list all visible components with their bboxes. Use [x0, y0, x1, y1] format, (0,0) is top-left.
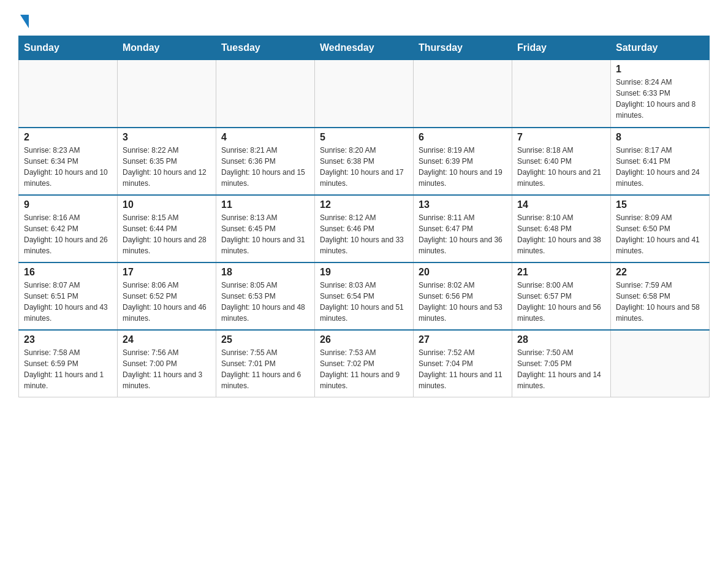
day-info: Sunrise: 7:52 AM Sunset: 7:04 PM Dayligh… — [419, 347, 507, 391]
calendar-cell: 11Sunrise: 8:13 AM Sunset: 6:45 PM Dayli… — [216, 195, 315, 262]
day-number: 24 — [123, 334, 211, 345]
calendar-week-row: 23Sunrise: 7:58 AM Sunset: 6:59 PM Dayli… — [19, 330, 710, 397]
weekday-header-tuesday: Tuesday — [216, 36, 315, 60]
day-info: Sunrise: 8:19 AM Sunset: 6:39 PM Dayligh… — [419, 145, 507, 189]
weekday-header-saturday: Saturday — [611, 36, 710, 60]
calendar-cell — [611, 330, 710, 397]
logo-triangle-icon — [20, 15, 29, 28]
calendar-cell: 27Sunrise: 7:52 AM Sunset: 7:04 PM Dayli… — [414, 330, 512, 397]
calendar-cell — [19, 60, 118, 128]
day-number: 6 — [419, 132, 507, 143]
day-number: 28 — [517, 334, 605, 345]
day-number: 19 — [320, 267, 408, 278]
calendar-header-row: SundayMondayTuesdayWednesdayThursdayFrid… — [19, 36, 710, 60]
calendar-cell — [414, 60, 512, 128]
day-info: Sunrise: 7:58 AM Sunset: 6:59 PM Dayligh… — [24, 347, 112, 391]
calendar-cell — [216, 60, 315, 128]
weekday-header-sunday: Sunday — [19, 36, 118, 60]
day-info: Sunrise: 8:10 AM Sunset: 6:48 PM Dayligh… — [517, 212, 605, 256]
day-number: 1 — [616, 64, 704, 75]
calendar-cell — [118, 60, 216, 128]
day-number: 18 — [221, 267, 309, 278]
day-info: Sunrise: 7:59 AM Sunset: 6:58 PM Dayligh… — [616, 280, 704, 324]
day-number: 9 — [24, 199, 112, 210]
day-number: 23 — [24, 334, 112, 345]
calendar-week-row: 1Sunrise: 8:24 AM Sunset: 6:33 PM Daylig… — [19, 60, 710, 128]
day-number: 15 — [616, 199, 704, 210]
calendar-cell: 1Sunrise: 8:24 AM Sunset: 6:33 PM Daylig… — [611, 60, 710, 128]
day-info: Sunrise: 8:11 AM Sunset: 6:47 PM Dayligh… — [419, 212, 507, 256]
day-info: Sunrise: 8:15 AM Sunset: 6:44 PM Dayligh… — [123, 212, 211, 256]
calendar-cell: 2Sunrise: 8:23 AM Sunset: 6:34 PM Daylig… — [19, 128, 118, 195]
day-info: Sunrise: 7:56 AM Sunset: 7:00 PM Dayligh… — [123, 347, 211, 391]
calendar-cell: 8Sunrise: 8:17 AM Sunset: 6:41 PM Daylig… — [611, 128, 710, 195]
calendar-cell — [512, 60, 611, 128]
weekday-header-thursday: Thursday — [414, 36, 512, 60]
day-number: 22 — [616, 267, 704, 278]
day-number: 5 — [320, 132, 408, 143]
day-number: 25 — [221, 334, 309, 345]
weekday-header-monday: Monday — [118, 36, 216, 60]
calendar-cell: 6Sunrise: 8:19 AM Sunset: 6:39 PM Daylig… — [414, 128, 512, 195]
calendar-cell: 5Sunrise: 8:20 AM Sunset: 6:38 PM Daylig… — [315, 128, 414, 195]
day-number: 7 — [517, 132, 605, 143]
day-number: 26 — [320, 334, 408, 345]
calendar-cell: 10Sunrise: 8:15 AM Sunset: 6:44 PM Dayli… — [118, 195, 216, 262]
calendar-week-row: 2Sunrise: 8:23 AM Sunset: 6:34 PM Daylig… — [19, 128, 710, 195]
calendar-cell: 14Sunrise: 8:10 AM Sunset: 6:48 PM Dayli… — [512, 195, 611, 262]
calendar-cell: 17Sunrise: 8:06 AM Sunset: 6:52 PM Dayli… — [118, 262, 216, 330]
day-info: Sunrise: 8:12 AM Sunset: 6:46 PM Dayligh… — [320, 212, 408, 256]
calendar-week-row: 9Sunrise: 8:16 AM Sunset: 6:42 PM Daylig… — [19, 195, 710, 262]
calendar-cell: 24Sunrise: 7:56 AM Sunset: 7:00 PM Dayli… — [118, 330, 216, 397]
day-info: Sunrise: 8:09 AM Sunset: 6:50 PM Dayligh… — [616, 212, 704, 256]
calendar-cell: 7Sunrise: 8:18 AM Sunset: 6:40 PM Daylig… — [512, 128, 611, 195]
day-info: Sunrise: 8:16 AM Sunset: 6:42 PM Dayligh… — [24, 212, 112, 256]
calendar-table: SundayMondayTuesdayWednesdayThursdayFrid… — [18, 36, 710, 397]
day-info: Sunrise: 8:13 AM Sunset: 6:45 PM Dayligh… — [221, 212, 309, 256]
day-info: Sunrise: 8:23 AM Sunset: 6:34 PM Dayligh… — [24, 145, 112, 189]
calendar-cell: 18Sunrise: 8:05 AM Sunset: 6:53 PM Dayli… — [216, 262, 315, 330]
day-number: 3 — [123, 132, 211, 143]
day-info: Sunrise: 8:17 AM Sunset: 6:41 PM Dayligh… — [616, 145, 704, 189]
day-info: Sunrise: 7:55 AM Sunset: 7:01 PM Dayligh… — [221, 347, 309, 391]
calendar-cell: 15Sunrise: 8:09 AM Sunset: 6:50 PM Dayli… — [611, 195, 710, 262]
calendar-cell: 28Sunrise: 7:50 AM Sunset: 7:05 PM Dayli… — [512, 330, 611, 397]
calendar-cell: 13Sunrise: 8:11 AM Sunset: 6:47 PM Dayli… — [414, 195, 512, 262]
day-number: 14 — [517, 199, 605, 210]
day-number: 11 — [221, 199, 309, 210]
day-info: Sunrise: 8:21 AM Sunset: 6:36 PM Dayligh… — [221, 145, 309, 189]
day-info: Sunrise: 8:02 AM Sunset: 6:56 PM Dayligh… — [419, 280, 507, 324]
weekday-header-friday: Friday — [512, 36, 611, 60]
calendar-cell: 16Sunrise: 8:07 AM Sunset: 6:51 PM Dayli… — [19, 262, 118, 330]
weekday-header-wednesday: Wednesday — [315, 36, 414, 60]
calendar-cell: 22Sunrise: 7:59 AM Sunset: 6:58 PM Dayli… — [611, 262, 710, 330]
day-number: 2 — [24, 132, 112, 143]
day-info: Sunrise: 7:50 AM Sunset: 7:05 PM Dayligh… — [517, 347, 605, 391]
day-info: Sunrise: 8:18 AM Sunset: 6:40 PM Dayligh… — [517, 145, 605, 189]
calendar-cell: 23Sunrise: 7:58 AM Sunset: 6:59 PM Dayli… — [19, 330, 118, 397]
day-number: 4 — [221, 132, 309, 143]
calendar-week-row: 16Sunrise: 8:07 AM Sunset: 6:51 PM Dayli… — [19, 262, 710, 330]
day-info: Sunrise: 8:00 AM Sunset: 6:57 PM Dayligh… — [517, 280, 605, 324]
day-info: Sunrise: 8:07 AM Sunset: 6:51 PM Dayligh… — [24, 280, 112, 324]
day-number: 20 — [419, 267, 507, 278]
calendar-cell — [315, 60, 414, 128]
day-info: Sunrise: 8:20 AM Sunset: 6:38 PM Dayligh… — [320, 145, 408, 189]
day-number: 21 — [517, 267, 605, 278]
day-info: Sunrise: 8:24 AM Sunset: 6:33 PM Dayligh… — [616, 77, 704, 121]
day-info: Sunrise: 8:03 AM Sunset: 6:54 PM Dayligh… — [320, 280, 408, 324]
day-number: 10 — [123, 199, 211, 210]
day-number: 17 — [123, 267, 211, 278]
calendar-cell: 21Sunrise: 8:00 AM Sunset: 6:57 PM Dayli… — [512, 262, 611, 330]
logo — [18, 12, 29, 26]
calendar-cell: 26Sunrise: 7:53 AM Sunset: 7:02 PM Dayli… — [315, 330, 414, 397]
day-info: Sunrise: 8:06 AM Sunset: 6:52 PM Dayligh… — [123, 280, 211, 324]
calendar-cell: 25Sunrise: 7:55 AM Sunset: 7:01 PM Dayli… — [216, 330, 315, 397]
calendar-cell: 20Sunrise: 8:02 AM Sunset: 6:56 PM Dayli… — [414, 262, 512, 330]
day-number: 27 — [419, 334, 507, 345]
calendar-cell: 3Sunrise: 8:22 AM Sunset: 6:35 PM Daylig… — [118, 128, 216, 195]
day-number: 13 — [419, 199, 507, 210]
calendar-cell: 19Sunrise: 8:03 AM Sunset: 6:54 PM Dayli… — [315, 262, 414, 330]
day-number: 8 — [616, 132, 704, 143]
calendar-cell: 9Sunrise: 8:16 AM Sunset: 6:42 PM Daylig… — [19, 195, 118, 262]
